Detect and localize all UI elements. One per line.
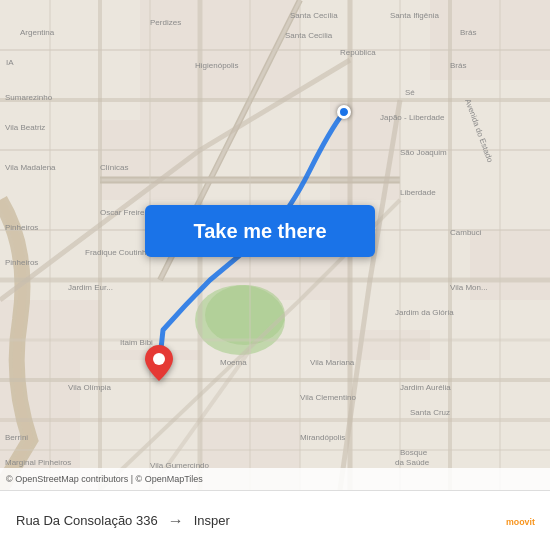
take-me-there-button[interactable]: Take me there	[145, 205, 375, 257]
arrow-icon: →	[168, 512, 184, 530]
svg-text:Vila Mariana: Vila Mariana	[310, 358, 355, 367]
svg-text:Sé: Sé	[405, 88, 415, 97]
svg-point-55	[153, 353, 165, 365]
destination-marker	[145, 345, 173, 385]
svg-point-13	[205, 285, 285, 345]
moovit-logo: moovit	[506, 505, 538, 537]
svg-text:Santa Cruz: Santa Cruz	[410, 408, 450, 417]
map-container[interactable]: Argentina Perdizes Santa Cecília Santa I…	[0, 0, 550, 490]
origin-label: Rua Da Consolação 336	[16, 513, 158, 528]
svg-text:IA: IA	[6, 58, 14, 67]
svg-text:Pinheiros: Pinheiros	[5, 223, 38, 232]
svg-text:Clínicas: Clínicas	[100, 163, 128, 172]
svg-text:Sumarezinho: Sumarezinho	[5, 93, 53, 102]
map-attribution: © OpenStreetMap contributors | © OpenMap…	[0, 468, 550, 490]
svg-text:Liberdade: Liberdade	[400, 188, 436, 197]
svg-text:Jardim Eur...: Jardim Eur...	[68, 283, 113, 292]
svg-text:Vila Clementino: Vila Clementino	[300, 393, 356, 402]
svg-text:Pinheiros: Pinheiros	[5, 258, 38, 267]
svg-text:Brás: Brás	[450, 61, 466, 70]
svg-text:Higienópolis: Higienópolis	[195, 61, 239, 70]
svg-text:República: República	[340, 48, 376, 57]
destination-label: Insper	[194, 513, 230, 528]
svg-text:Cambuci: Cambuci	[450, 228, 482, 237]
svg-text:Mirandópolis: Mirandópolis	[300, 433, 345, 442]
svg-text:Santa Ifigênia: Santa Ifigênia	[390, 11, 439, 20]
svg-text:Fradique Coutinho: Fradique Coutinho	[85, 248, 151, 257]
svg-text:Moema: Moema	[220, 358, 247, 367]
bottom-bar: Rua Da Consolação 336 → Insper moovit	[0, 490, 550, 550]
svg-text:Perdizes: Perdizes	[150, 18, 181, 27]
svg-text:Vila Mon...: Vila Mon...	[450, 283, 488, 292]
svg-text:Jardim da Glória: Jardim da Glória	[395, 308, 454, 317]
svg-text:Santa Cecília: Santa Cecília	[290, 11, 338, 20]
svg-text:Marginal Pinheiros: Marginal Pinheiros	[5, 458, 71, 467]
svg-text:Jardim Aurélia: Jardim Aurélia	[400, 383, 451, 392]
origin-marker	[337, 105, 351, 119]
svg-text:Argentina: Argentina	[20, 28, 55, 37]
svg-text:Japão - Liberdade: Japão - Liberdade	[380, 113, 445, 122]
svg-text:moovit: moovit	[506, 516, 535, 526]
svg-text:Vila Madalena: Vila Madalena	[5, 163, 56, 172]
svg-text:São Joaquim: São Joaquim	[400, 148, 447, 157]
svg-text:Berrini: Berrini	[5, 433, 28, 442]
svg-text:Brás: Brás	[460, 28, 476, 37]
svg-text:Bosque: Bosque	[400, 448, 428, 457]
svg-text:da Saúde: da Saúde	[395, 458, 430, 467]
svg-text:Vila Beatriz: Vila Beatriz	[5, 123, 45, 132]
svg-text:Santa Cecilia: Santa Cecilia	[285, 31, 333, 40]
svg-text:Vila Olímpia: Vila Olímpia	[68, 383, 112, 392]
svg-text:Oscar Freire: Oscar Freire	[100, 208, 145, 217]
